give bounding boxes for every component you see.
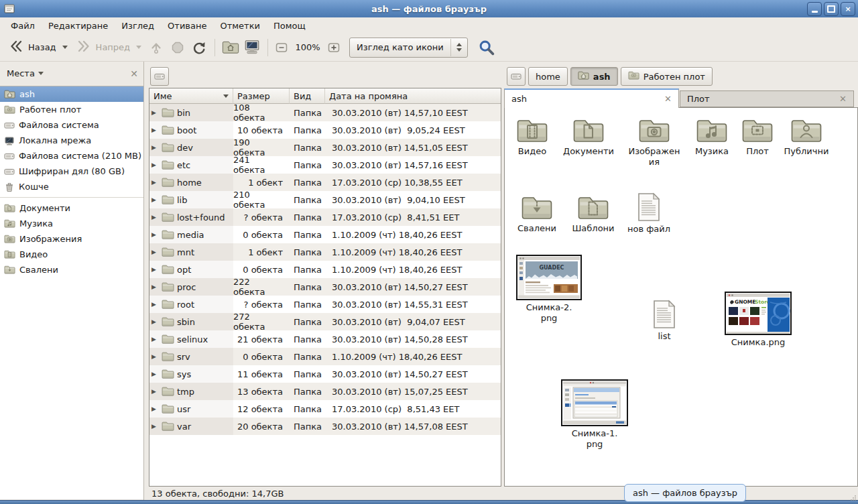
- expander-icon[interactable]: ▶: [151, 371, 159, 377]
- menu-item-1[interactable]: Редактиране: [42, 19, 115, 33]
- expander-icon[interactable]: ▶: [151, 180, 159, 186]
- forward-history-chevron-icon[interactable]: [136, 46, 141, 49]
- view-mode-spinner-icon[interactable]: [450, 39, 467, 56]
- sidebar-item-local-network[interactable]: Локална мрежа: [0, 133, 143, 148]
- icon-view[interactable]: Видео Документи Изображен ия Музика Плот…: [504, 107, 858, 487]
- table-row[interactable]: ▶ media0 обектаПапка1.10.2009 (чт) 18,40…: [149, 226, 501, 243]
- stop-button[interactable]: [167, 37, 188, 58]
- expander-icon[interactable]: ▶: [151, 127, 159, 133]
- table-row[interactable]: ▶ opt0 обектаПапка1.10.2009 (чт) 18,40,2…: [149, 261, 501, 278]
- expander-icon[interactable]: ▶: [151, 145, 159, 151]
- table-row[interactable]: ▶ lib210 обектаПапка30.03.2010 (вт) 9,04…: [149, 191, 501, 208]
- menu-item-5[interactable]: Помощ: [267, 19, 312, 33]
- file-icon-video[interactable]: Видео: [504, 117, 563, 157]
- expander-icon[interactable]: ▶: [151, 284, 159, 290]
- file-icon-snimka-2[interactable]: GUADEC Снимка-2. png: [512, 255, 586, 324]
- path-button-desktop[interactable]: Работен плот: [621, 67, 713, 86]
- table-row[interactable]: ▶ bin108 обектаПапка30.03.2010 (вт) 14,5…: [149, 104, 501, 121]
- tab-ash[interactable]: ash✕: [504, 88, 679, 108]
- menu-item-3[interactable]: Отиване: [161, 19, 213, 33]
- expander-icon[interactable]: ▶: [151, 214, 159, 220]
- resize-grip[interactable]: [849, 493, 857, 503]
- tab-close-icon[interactable]: ✕: [664, 94, 672, 104]
- forward-button[interactable]: Напред: [72, 36, 145, 59]
- zoom-out-button[interactable]: [273, 37, 290, 58]
- minimize-button[interactable]: [807, 2, 822, 16]
- table-row[interactable]: ▶ usr12 обектаПапка17.03.2010 (ср) 8,51,…: [149, 400, 501, 418]
- table-row[interactable]: ▶ selinux21 обектаПапка30.03.2010 (вт) 1…: [149, 330, 501, 348]
- file-icon-images[interactable]: Изображен ия: [623, 117, 685, 168]
- back-button[interactable]: Назад: [4, 36, 72, 59]
- sidebar-close-icon[interactable]: ✕: [130, 68, 138, 79]
- sidebar-item-images[interactable]: Изображения: [0, 231, 143, 247]
- close-button[interactable]: ×: [841, 2, 855, 16]
- expander-icon[interactable]: ▶: [151, 267, 159, 273]
- column-header-size[interactable]: Размер: [233, 88, 290, 104]
- sidebar-item-filesystem[interactable]: Файлова система: [0, 117, 143, 133]
- expander-icon[interactable]: ▶: [151, 354, 159, 360]
- cell-name[interactable]: ▶ bin: [149, 104, 233, 121]
- pane-location-root-button[interactable]: [150, 67, 169, 86]
- cell-name[interactable]: ▶ home: [149, 174, 233, 191]
- expander-icon[interactable]: ▶: [151, 249, 159, 255]
- sidebar-item-desktop[interactable]: Работен плот: [0, 102, 143, 117]
- table-row[interactable]: ▶ boot10 обектаПапка30.03.2010 (вт) 9,05…: [149, 121, 501, 139]
- sidebar-title[interactable]: Места: [7, 68, 35, 78]
- file-icon-downloads[interactable]: Свалени: [506, 194, 568, 234]
- expander-icon[interactable]: ▶: [151, 319, 159, 325]
- table-row[interactable]: ▶ lost+found? обектаПапка17.03.2010 (ср)…: [149, 208, 501, 226]
- cell-name[interactable]: ▶ lib: [149, 191, 233, 208]
- column-header-type[interactable]: Вид: [290, 88, 325, 104]
- view-mode-select[interactable]: Изглед като икони: [349, 38, 468, 58]
- sidebar-item-ash[interactable]: ash: [0, 86, 143, 102]
- file-icon-list[interactable]: list: [633, 300, 695, 342]
- computer-button[interactable]: [241, 37, 263, 58]
- expander-icon[interactable]: ▶: [151, 302, 159, 308]
- cell-name[interactable]: ▶ dev: [149, 139, 233, 156]
- table-row[interactable]: ▶ dev190 обектаПапка30.03.2010 (вт) 14,5…: [149, 139, 501, 156]
- expander-icon[interactable]: ▶: [151, 110, 159, 116]
- file-icon-snimka[interactable]: GNOME Store Снимка.png: [721, 292, 795, 348]
- path-button-home[interactable]: home: [528, 67, 568, 86]
- cell-name[interactable]: ▶ usr: [149, 400, 233, 418]
- table-row[interactable]: ▶ srv0 обектаПапка1.10.2009 (чт) 18,40,2…: [149, 348, 501, 365]
- table-row[interactable]: ▶ proc222 обектаПапка30.03.2010 (вт) 14,…: [149, 278, 501, 296]
- tab-close-icon[interactable]: ✕: [839, 94, 847, 104]
- cell-name[interactable]: ▶ etc: [149, 156, 233, 174]
- column-header-date[interactable]: Дата на промяна: [325, 88, 501, 104]
- cell-name[interactable]: ▶ sbin: [149, 313, 233, 330]
- expander-icon[interactable]: ▶: [151, 424, 159, 430]
- table-row[interactable]: ▶ var20 обектаПапка30.03.2010 (вт) 14,57…: [149, 418, 501, 435]
- sidebar-item-encrypted-80gb[interactable]: Шифриран дял (80 GB): [0, 164, 143, 179]
- cell-name[interactable]: ▶ opt: [149, 261, 233, 278]
- column-header-name[interactable]: Име: [149, 88, 233, 104]
- expander-icon[interactable]: ▶: [151, 232, 159, 238]
- up-button[interactable]: [145, 37, 167, 58]
- file-icon-public[interactable]: Публични: [776, 117, 837, 157]
- search-button[interactable]: [476, 37, 497, 58]
- tab-plot[interactable]: Плот✕: [680, 90, 854, 107]
- cell-name[interactable]: ▶ mnt: [149, 243, 233, 261]
- cell-name[interactable]: ▶ boot: [149, 121, 233, 139]
- reload-button[interactable]: [188, 37, 210, 58]
- sidebar-item-trash[interactable]: Кошче: [0, 179, 143, 194]
- pane-location-root-button[interactable]: [507, 67, 526, 86]
- cell-name[interactable]: ▶ root: [149, 296, 233, 313]
- table-row[interactable]: ▶ sys11 обектаПапка30.03.2010 (вт) 14,50…: [149, 365, 501, 383]
- expander-icon[interactable]: ▶: [151, 197, 159, 203]
- home-button[interactable]: [220, 37, 241, 58]
- maximize-button[interactable]: [824, 2, 839, 16]
- cell-name[interactable]: ▶ var: [149, 418, 233, 435]
- table-row[interactable]: ▶ root? обектаПапка30.03.2010 (вт) 14,55…: [149, 296, 501, 313]
- back-history-chevron-icon[interactable]: [62, 46, 68, 49]
- zoom-in-button[interactable]: [325, 37, 343, 58]
- sidebar-item-music[interactable]: Музика: [0, 216, 143, 231]
- sidebar-title-chevron-icon[interactable]: [38, 72, 44, 75]
- menu-item-0[interactable]: Файл: [4, 19, 42, 33]
- cell-name[interactable]: ▶ sys: [149, 365, 233, 383]
- path-button-ash[interactable]: ash: [570, 67, 618, 86]
- sidebar-item-documents[interactable]: Документи: [0, 200, 143, 216]
- sidebar-item-downloads[interactable]: Свалени: [0, 262, 143, 277]
- sidebar-item-filesystem-210mb[interactable]: Файлова система (210 MB): [0, 148, 143, 164]
- cell-name[interactable]: ▶ proc: [149, 278, 233, 296]
